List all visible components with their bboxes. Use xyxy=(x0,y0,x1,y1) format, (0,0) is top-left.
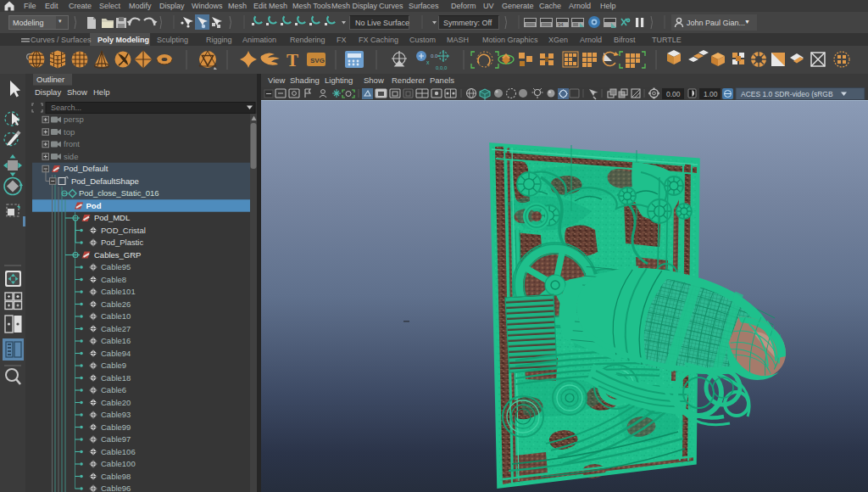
svg-text:Outliner: Outliner xyxy=(36,75,64,84)
svg-text:Pod_DefaultShape: Pod_DefaultShape xyxy=(71,176,139,186)
svg-text:ACES 1.0 SDR-video (sRGB: ACES 1.0 SDR-video (sRGB xyxy=(741,90,833,98)
svg-text:Cable10: Cable10 xyxy=(101,311,131,321)
svg-text:Pod: Pod xyxy=(86,201,102,210)
svg-text:Pod_Plastic: Pod_Plastic xyxy=(101,238,143,247)
svg-text:1.00: 1.00 xyxy=(704,90,718,98)
svg-text:top: top xyxy=(64,127,75,137)
svg-text:Cable20: Cable20 xyxy=(101,398,131,407)
svg-text:Cable18: Cable18 xyxy=(101,373,131,383)
svg-text:Cable93: Cable93 xyxy=(101,410,131,419)
svg-text:Cable99: Cable99 xyxy=(101,422,131,432)
svg-text:Cable9: Cable9 xyxy=(101,361,126,370)
svg-text:side: side xyxy=(64,152,78,161)
svg-text:Cable101: Cable101 xyxy=(101,287,136,296)
svg-text:0.0: 0.0 xyxy=(431,53,438,59)
svg-text:Pod_Default: Pod_Default xyxy=(64,164,108,173)
svg-text:Cable96: Cable96 xyxy=(101,484,131,492)
svg-text:0,0,0: 0,0,0 xyxy=(436,65,448,70)
svg-text:SVG: SVG xyxy=(310,57,325,64)
svg-text:0.00: 0.00 xyxy=(666,90,681,98)
svg-text:x: x xyxy=(426,59,430,65)
svg-text:Cable95: Cable95 xyxy=(101,262,131,271)
svg-text:Cable16: Cable16 xyxy=(101,336,131,345)
svg-text:Help: Help xyxy=(93,87,110,97)
svg-text:front: front xyxy=(64,139,80,148)
svg-text:Search...: Search... xyxy=(51,103,81,112)
svg-text:Cable97: Cable97 xyxy=(101,434,131,444)
svg-text:Pod_close_Static_016: Pod_close_Static_016 xyxy=(79,188,159,198)
svg-text:Cable27: Cable27 xyxy=(101,324,131,333)
svg-text:Cable6: Cable6 xyxy=(101,385,126,394)
svg-text:Cable106: Cable106 xyxy=(101,447,136,456)
svg-text:94: 94 xyxy=(558,22,564,27)
svg-text:Cable26: Cable26 xyxy=(101,299,131,309)
svg-text:Pod_MDL: Pod_MDL xyxy=(94,213,130,222)
svg-text:Show: Show xyxy=(67,87,87,97)
svg-text:Cable98: Cable98 xyxy=(101,472,131,481)
svg-text:T: T xyxy=(287,50,298,70)
svg-text:Cable94: Cable94 xyxy=(101,349,131,358)
svg-text:persp: persp xyxy=(64,115,84,124)
svg-text:Cable100: Cable100 xyxy=(101,459,136,468)
svg-text:Display: Display xyxy=(35,87,61,97)
svg-text:POD_Cristal: POD_Cristal xyxy=(101,226,146,235)
svg-text:Cable8: Cable8 xyxy=(101,275,126,284)
svg-text:Cables_GRP: Cables_GRP xyxy=(94,250,141,260)
